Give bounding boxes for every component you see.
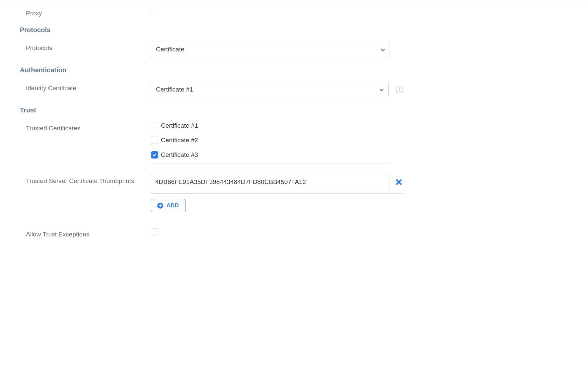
thumbprints-label: Trusted Server Certificate Thumbprints	[20, 175, 151, 185]
trusted-cert-checkbox-1[interactable]	[151, 122, 158, 129]
chevron-down-icon	[381, 46, 385, 53]
thumbprints-row: Trusted Server Certificate Thumbprints A…	[20, 175, 445, 212]
proxy-row: Proxy	[20, 7, 445, 17]
identity-certificate-select[interactable]: Certificate #1	[151, 82, 389, 97]
protocols-row: Protocols Certificate	[20, 42, 445, 57]
remove-icon[interactable]	[396, 179, 402, 185]
allow-trust-exceptions-row: Allow Trust Exceptions	[20, 228, 445, 238]
proxy-label: Proxy	[20, 7, 151, 17]
chevron-down-icon	[380, 86, 384, 93]
protocols-select[interactable]: Certificate	[151, 42, 390, 57]
thumbprint-entry	[151, 175, 403, 194]
add-button-label: ADD	[167, 203, 179, 209]
trusted-cert-item: Certificate #2	[151, 137, 390, 144]
identity-certificate-row: Identity Certificate Certificate #1 i	[20, 82, 445, 97]
trusted-cert-item: Certificate #3	[151, 151, 390, 159]
trusted-cert-checkbox-3[interactable]	[151, 151, 158, 159]
info-icon[interactable]: i	[396, 86, 403, 93]
allow-trust-exceptions-label: Allow Trust Exceptions	[20, 228, 151, 238]
add-thumbprint-button[interactable]: ADD	[151, 199, 185, 212]
trusted-cert-item: Certificate #1	[151, 122, 390, 129]
thumbprints-block: ADD	[151, 175, 403, 212]
vpn-settings-form: Proxy Protocols Protocols Certificate Au…	[0, 0, 465, 257]
protocols-select-value: Certificate	[156, 46, 184, 53]
trusted-cert-item-label: Certificate #3	[161, 151, 198, 159]
authentication-heading: Authentication	[20, 66, 445, 74]
trusted-cert-item-label: Certificate #2	[161, 137, 198, 144]
identity-certificate-select-value: Certificate #1	[156, 86, 193, 93]
trusted-certificates-label: Trusted Certificates	[20, 122, 151, 132]
proxy-checkbox[interactable]	[151, 7, 158, 14]
trusted-cert-checkbox-2[interactable]	[151, 137, 158, 144]
allow-trust-exceptions-checkbox[interactable]	[151, 228, 158, 235]
trust-heading: Trust	[20, 106, 445, 114]
trusted-certificates-list: Certificate #1 Certificate #2 Certificat…	[151, 122, 390, 163]
plus-circle-icon	[157, 203, 163, 209]
identity-certificate-label: Identity Certificate	[20, 82, 151, 92]
trusted-certificates-row: Trusted Certificates Certificate #1 Cert…	[20, 122, 445, 163]
protocols-heading: Protocols	[20, 26, 445, 34]
thumbprint-input[interactable]	[151, 175, 390, 189]
protocols-label: Protocols	[20, 42, 151, 52]
trusted-cert-item-label: Certificate #1	[161, 122, 198, 129]
